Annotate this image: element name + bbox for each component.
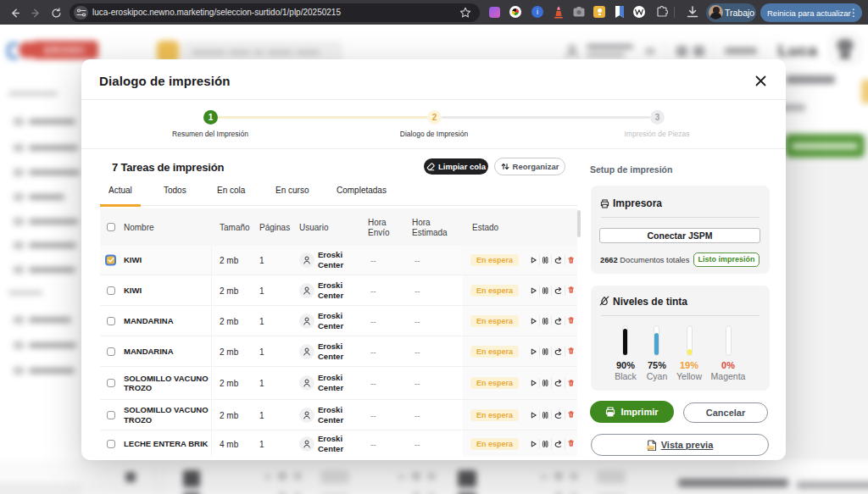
- svg-text:DOC: DOC: [647, 446, 654, 449]
